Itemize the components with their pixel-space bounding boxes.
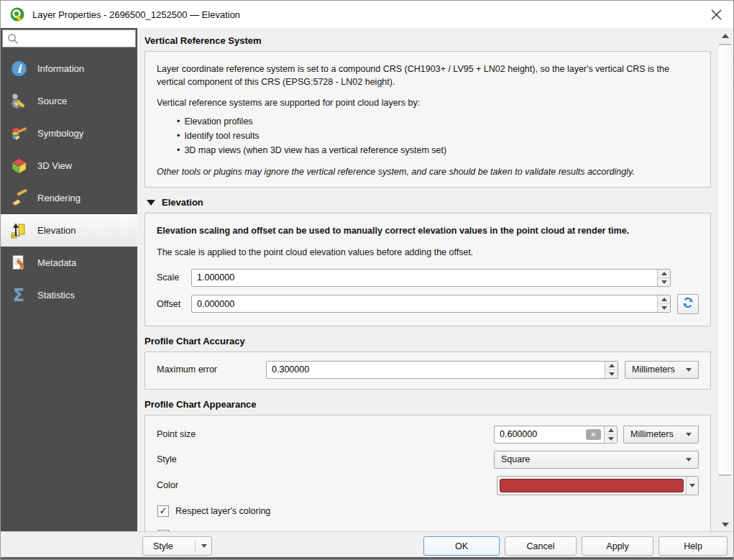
layer-properties-dialog: { "window": { "title": "Layer Properties… [0, 0, 734, 560]
scale-input[interactable] [192, 270, 657, 286]
style-label: Style [157, 454, 494, 464]
chevron-down-icon [686, 368, 692, 372]
spin-up-icon[interactable] [658, 295, 670, 304]
search-icon [6, 32, 19, 45]
style-row: Style Square [157, 451, 699, 469]
qgis-logo-icon [9, 6, 25, 22]
color-dropdown-arrow[interactable] [686, 477, 698, 495]
elevation-group-panel: Elevation scaling and offset can be used… [144, 213, 711, 326]
collapse-triangle-icon [147, 200, 155, 206]
sidebar-item-label: Rendering [37, 193, 81, 203]
offset-label: Offset [157, 299, 191, 309]
scroll-down-icon[interactable] [719, 518, 731, 531]
spin-up-icon[interactable] [605, 426, 617, 435]
maximum-error-spinbox [266, 361, 618, 379]
sidebar-item-label: Metadata [37, 257, 76, 268]
cancel-button[interactable]: Cancel [505, 536, 577, 556]
maximum-error-spin-buttons [605, 362, 618, 378]
point-size-input[interactable] [495, 426, 586, 443]
vertical-scrollbar[interactable] [719, 29, 731, 531]
sidebar-item-symbology[interactable]: Symbology [1, 117, 137, 150]
refresh-icon [682, 296, 694, 312]
maximum-error-unit-combo[interactable]: Millimeters [625, 361, 699, 379]
dialog-action-buttons: OK Cancel Apply Help [423, 536, 728, 556]
maximum-error-row: Maximum error Millimeters [157, 361, 699, 379]
scale-spin-buttons [657, 270, 670, 286]
dialog-button-bar: Style OK Cancel Apply Help [1, 531, 733, 559]
sidebar-item-elevation[interactable]: Elevation [1, 214, 137, 247]
accuracy-section-title: Profile Chart Accuracy [144, 336, 711, 346]
window-bottom-edge [1, 557, 733, 559]
sidebar-nav: i Information Source [1, 52, 137, 311]
spin-down-icon[interactable] [605, 370, 618, 378]
offset-spinbox [191, 295, 671, 313]
chevron-down-icon [686, 458, 692, 462]
appearance-section-title: Profile Chart Appearance [144, 399, 711, 410]
help-button[interactable]: Help [659, 536, 728, 556]
offset-refresh-button[interactable] [677, 294, 699, 314]
color-button[interactable] [497, 476, 699, 495]
sigma-icon: Σ [9, 286, 28, 305]
scrollbar-thumb[interactable] [719, 44, 731, 476]
spin-up-icon[interactable] [658, 270, 670, 278]
vrs-bullet: Identify tool results [177, 129, 699, 143]
sidebar-item-label: Information [37, 63, 84, 74]
sidebar-item-metadata[interactable]: Metadata [1, 247, 137, 279]
symbology-icon [9, 124, 28, 143]
sidebar-item-label: 3D View [37, 160, 72, 171]
clear-value-icon[interactable]: ✕ [586, 429, 601, 440]
chevron-down-icon [686, 433, 692, 436]
elevation-group-header[interactable]: Elevation [147, 197, 711, 208]
spin-down-icon[interactable] [658, 304, 670, 312]
apply-button[interactable]: Apply [582, 536, 653, 556]
color-row: Color [157, 476, 699, 495]
properties-sidebar: i Information Source [1, 28, 137, 533]
color-swatch [500, 479, 684, 492]
search-input[interactable] [22, 33, 132, 45]
sidebar-search[interactable] [2, 29, 136, 47]
sidebar-item-source[interactable]: Source [1, 85, 137, 117]
style-value: Square [501, 454, 530, 464]
accuracy-panel: Maximum error Millimeters [144, 352, 711, 390]
elevation-icon [9, 221, 28, 240]
point-size-row: Point size ✕ Millimeters [157, 426, 699, 444]
point-size-unit-combo[interactable]: Millimeters [623, 426, 699, 444]
point-size-spinbox: ✕ [494, 426, 618, 444]
vrs-paragraph-supported: Vertical reference systems are supported… [157, 96, 699, 109]
maximum-error-unit-value: Millimeters [632, 364, 675, 375]
respect-coloring-label: Respect layer's coloring [175, 506, 270, 516]
chevron-down-icon [201, 544, 207, 548]
sidebar-item-statistics[interactable]: Σ Statistics [1, 279, 137, 311]
sidebar-item-information[interactable]: i Information [1, 52, 137, 85]
style-combo[interactable]: Square [494, 451, 699, 469]
information-icon: i [9, 60, 28, 78]
sidebar-item-rendering[interactable]: Rendering [1, 182, 137, 214]
sidebar-item-label: Symbology [37, 128, 83, 139]
spin-up-icon[interactable] [605, 362, 618, 370]
elevation-group-title: Elevation [162, 197, 203, 208]
style-menu-button[interactable]: Style [142, 536, 212, 556]
color-label: Color [157, 480, 497, 490]
point-size-unit-value: Millimeters [630, 429, 674, 439]
spin-down-icon[interactable] [658, 278, 670, 286]
elevation-bold-text: Elevation scaling and offset can be used… [157, 224, 699, 237]
offset-input[interactable] [192, 295, 657, 312]
title-bar: Layer Properties - 2696500_1252500 — Ele… [1, 1, 733, 28]
sidebar-item-3d-view[interactable]: 3D View [1, 150, 137, 182]
close-icon[interactable] [703, 3, 729, 26]
scroll-up-icon[interactable] [719, 29, 731, 42]
scale-spinbox [191, 269, 671, 287]
respect-coloring-checkbox[interactable]: ✓ [157, 505, 169, 517]
scale-label: Scale [157, 272, 191, 283]
scale-row: Scale [157, 269, 699, 287]
offset-spin-buttons [657, 295, 670, 312]
style-button-label: Style [153, 541, 173, 551]
vrs-panel: Layer coordinate reference system is set… [144, 51, 711, 188]
point-size-spin-buttons [604, 426, 617, 443]
spin-down-icon[interactable] [605, 435, 617, 443]
ok-button[interactable]: OK [423, 536, 500, 556]
point-size-label: Point size [157, 429, 494, 439]
maximum-error-input[interactable] [267, 362, 605, 378]
sidebar-item-label: Elevation [37, 225, 75, 236]
style-button-separator [195, 540, 196, 552]
